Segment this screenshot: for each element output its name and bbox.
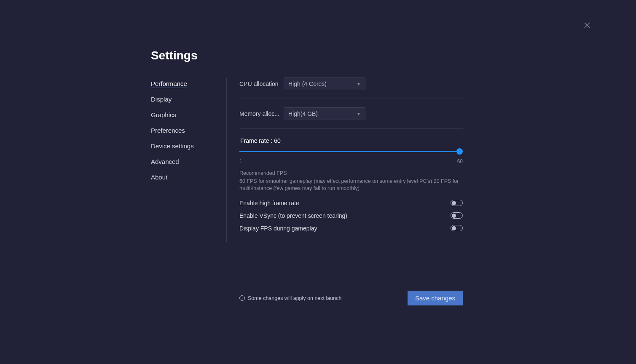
- close-icon[interactable]: [584, 22, 592, 30]
- cpu-allocation-label: CPU allocation: [239, 80, 284, 87]
- sidebar-item-preferences[interactable]: Preferences: [151, 124, 226, 136]
- settings-sidebar: Performance Display Graphics Preferences…: [151, 78, 227, 242]
- page-title: Settings: [151, 49, 463, 62]
- memory-allocation-select[interactable]: High(4 GB) ▼: [284, 107, 365, 120]
- sidebar-item-about[interactable]: About: [151, 171, 226, 183]
- framerate-slider[interactable]: [239, 147, 463, 158]
- framerate-min: 1: [239, 158, 242, 164]
- toggle-display-fps[interactable]: [451, 225, 463, 231]
- toggle-vsync-label: Enable VSync (to prevent screen tearing): [239, 212, 347, 219]
- recommended-fps-title: Recommended FPS: [239, 170, 463, 176]
- sidebar-item-graphics[interactable]: Graphics: [151, 109, 226, 121]
- sidebar-item-device-settings[interactable]: Device settings: [151, 140, 226, 152]
- recommended-fps-text: 60 FPS for smoother gameplay (may effect…: [239, 178, 463, 192]
- memory-allocation-value: High(4 GB): [288, 110, 318, 117]
- footer-note: i Some changes will apply on next launch: [239, 295, 341, 301]
- toggle-display-fps-label: Display FPS during gameplay: [239, 225, 317, 232]
- framerate-max: 60: [457, 158, 463, 164]
- sidebar-item-display[interactable]: Display: [151, 93, 226, 105]
- chevron-down-icon: ▼: [357, 112, 361, 116]
- sidebar-item-performance[interactable]: Performance: [151, 78, 226, 90]
- toggle-high-framerate-label: Enable high frame rate: [239, 200, 299, 206]
- chevron-down-icon: ▼: [357, 82, 361, 86]
- slider-thumb[interactable]: [456, 148, 463, 155]
- sidebar-item-advanced[interactable]: Advanced: [151, 155, 226, 168]
- memory-allocation-label: Memory alloc...: [239, 110, 284, 117]
- toggle-high-framerate[interactable]: [451, 200, 463, 206]
- save-changes-button[interactable]: Save changes: [408, 291, 463, 305]
- toggle-vsync[interactable]: [451, 212, 463, 219]
- info-icon: i: [239, 295, 245, 301]
- cpu-allocation-select[interactable]: High (4 Cores) ▼: [284, 78, 365, 90]
- cpu-allocation-value: High (4 Cores): [288, 80, 327, 87]
- framerate-label: Frame rate : 60: [239, 137, 463, 144]
